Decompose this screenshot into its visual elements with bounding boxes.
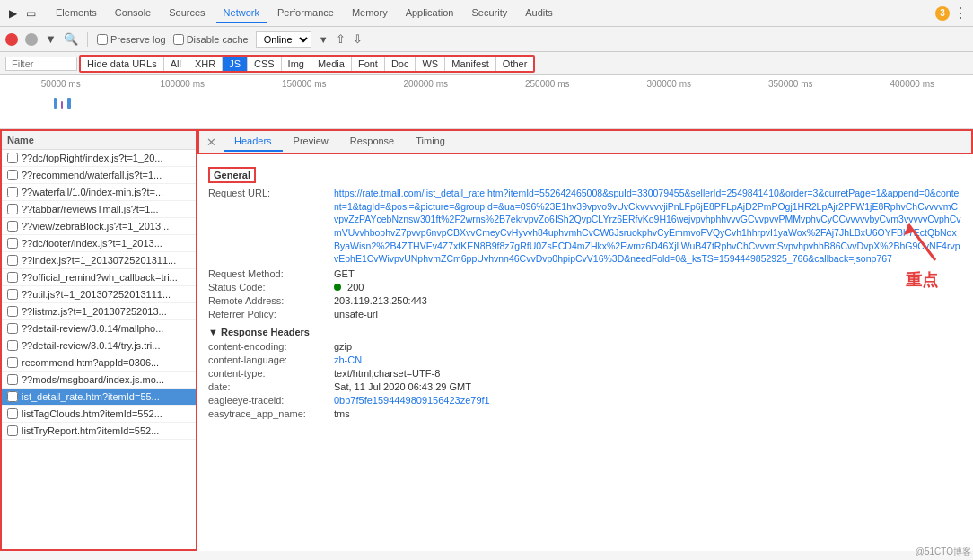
- annotation-text: 重点: [906, 269, 938, 291]
- tab-network[interactable]: Network: [216, 4, 267, 23]
- header-content-language: content-language: zh-CN: [208, 354, 962, 365]
- tab-sources[interactable]: Sources: [162, 4, 212, 23]
- tab-headers[interactable]: Headers: [224, 132, 283, 152]
- file-item-9[interactable]: ??listmz.js?t=1_201307252013...: [2, 303, 196, 320]
- header-date: date: Sat, 11 Jul 2020 06:43:29 GMT: [208, 381, 962, 392]
- filter-js[interactable]: JS: [223, 57, 248, 71]
- close-button[interactable]: ✕: [206, 136, 216, 149]
- preserve-log-checkbox[interactable]: [97, 34, 108, 45]
- file-item-0[interactable]: ??dc/topRight/index.js?t=1_20...: [2, 150, 196, 167]
- throttle-select[interactable]: Online: [256, 31, 311, 48]
- filter-all[interactable]: All: [164, 57, 188, 71]
- tab-preview[interactable]: Preview: [283, 132, 339, 152]
- mobile-icon[interactable]: ▭: [23, 6, 38, 21]
- file-item-15[interactable]: listTagClouds.htm?itemId=552...: [2, 406, 196, 423]
- file-item-12[interactable]: recommend.htm?appId=0306...: [2, 354, 196, 372]
- filter-font[interactable]: Font: [352, 57, 385, 71]
- tab-timing[interactable]: Timing: [405, 132, 456, 152]
- file-item-7[interactable]: ??official_remind?wh_callback=tri...: [2, 269, 196, 286]
- response-headers-list: content-encoding: gzip content-language:…: [208, 341, 962, 419]
- request-url-row: Request URL: https://rate.tmall.com/list…: [208, 187, 962, 266]
- disable-cache-label[interactable]: Disable cache: [173, 34, 249, 45]
- tab-memory[interactable]: Memory: [345, 4, 395, 23]
- header-label-1: content-language:: [208, 354, 334, 365]
- tab-audits[interactable]: Audits: [518, 4, 560, 23]
- disable-cache-checkbox[interactable]: [173, 34, 184, 45]
- file-item-10[interactable]: ??detail-review/3.0.14/mallpho...: [2, 320, 196, 337]
- status-code-value: 200: [334, 282, 364, 293]
- tab-security[interactable]: Security: [464, 4, 514, 23]
- response-headers-toggle[interactable]: ▼ Response Headers: [208, 327, 962, 337]
- top-tabs: ▶ ▭ Elements Console Sources Network Per…: [0, 0, 973, 27]
- header-value-4: 0bb7f5fe1594449809156423ze79f1: [334, 395, 490, 406]
- file-item-2[interactable]: ??waterfall/1.0/index-min.js?t=...: [2, 184, 196, 201]
- stop-button[interactable]: [25, 33, 38, 46]
- referrer-policy-value: unsafe-url: [334, 309, 378, 319]
- details-content: General 重点 Request URL: https://rate.tma…: [197, 154, 973, 551]
- record-button[interactable]: [5, 33, 18, 46]
- filter-img[interactable]: Img: [282, 57, 311, 71]
- remote-address-label: Remote Address:: [208, 295, 334, 306]
- request-method-label: Request Method:: [208, 268, 334, 279]
- referrer-policy-label: Referrer Policy:: [208, 309, 334, 319]
- timeline-label-0: 50000 ms: [0, 79, 122, 89]
- file-item-4[interactable]: ??view/zebraBlock.js?t=1_2013...: [2, 218, 196, 235]
- more-icon[interactable]: ⋮: [953, 4, 968, 22]
- upload-icon[interactable]: ⇧: [336, 32, 346, 46]
- referrer-policy-row: Referrer Policy: unsafe-url: [208, 309, 962, 319]
- file-item-16[interactable]: listTryReport.htm?itemId=552...: [2, 423, 196, 440]
- search-icon[interactable]: 🔍: [64, 32, 78, 46]
- header-content-type: content-type: text/html;charset=UTF-8: [208, 368, 962, 379]
- preserve-log-label[interactable]: Preserve log: [97, 34, 166, 45]
- tab-application[interactable]: Application: [399, 4, 461, 23]
- filter-doc[interactable]: Doc: [385, 57, 416, 71]
- file-item-14[interactable]: ist_detail_rate.htm?itemId=55...: [2, 389, 196, 406]
- details-tabs: ✕ Headers Preview Response Timing: [197, 129, 973, 154]
- header-value-5: tms: [334, 408, 350, 419]
- download-icon[interactable]: ⇩: [353, 32, 363, 46]
- request-url-label: Request URL:: [208, 188, 334, 198]
- cursor-icon[interactable]: ▶: [5, 6, 20, 21]
- network-toolbar: ▼ 🔍 Preserve log Disable cache Online ▼ …: [0, 27, 973, 52]
- filter-icon[interactable]: ▼: [45, 32, 57, 46]
- file-item-3[interactable]: ??tabbar/reviewsTmall.js?t=1...: [2, 201, 196, 218]
- file-item-13[interactable]: ??mods/msgboard/index.js.mo...: [2, 372, 196, 389]
- timeline-label-4: 250000 ms: [486, 79, 609, 89]
- tab-console[interactable]: Console: [108, 4, 158, 23]
- timeline-labels: 50000 ms 100000 ms 150000 ms 200000 ms 2…: [0, 75, 973, 89]
- file-list: Name ??dc/topRight/index.js?t=1_20... ??…: [0, 129, 197, 551]
- filter-other[interactable]: Other: [496, 57, 534, 71]
- tab-elements[interactable]: Elements: [48, 4, 104, 23]
- filter-manifest[interactable]: Manifest: [445, 57, 496, 71]
- header-value-0: gzip: [334, 341, 352, 352]
- file-item-1[interactable]: ??recommend/waterfall.js?t=1...: [2, 167, 196, 184]
- filter-ws[interactable]: WS: [416, 57, 445, 71]
- tab-performance[interactable]: Performance: [270, 4, 341, 23]
- toolbar-icons: ▶ ▭: [5, 6, 38, 21]
- file-item-5[interactable]: ??dc/footer/index.js?t=1_2013...: [2, 235, 196, 252]
- tab-response[interactable]: Response: [339, 132, 406, 152]
- general-section-header: General: [208, 167, 256, 183]
- filter-xhr[interactable]: XHR: [188, 57, 223, 71]
- file-item-8[interactable]: ??util.js?t=1_201307252013111...: [2, 286, 196, 303]
- throttle-down-icon: ▼: [319, 34, 329, 45]
- timeline-label-1: 100000 ms: [122, 79, 244, 89]
- file-item-6[interactable]: ??index.js?t=1_20130725201311...: [2, 252, 196, 269]
- arrow-annotation: [899, 215, 944, 269]
- filter-media[interactable]: Media: [311, 57, 352, 71]
- status-dot: [334, 284, 341, 291]
- filter-hide-data-urls[interactable]: Hide data URLs: [81, 57, 164, 71]
- file-item-11[interactable]: ??detail-review/3.0.14/try.js.tri...: [2, 337, 196, 354]
- request-method-row: Request Method: GET: [208, 268, 962, 279]
- header-eagleeye: eagleeye-traceid: 0bb7f5fe15944498091564…: [208, 395, 962, 406]
- remote-address-value: 203.119.213.250:443: [334, 295, 427, 306]
- remote-address-row: Remote Address: 203.119.213.250:443: [208, 295, 962, 306]
- header-value-1: zh-CN: [334, 354, 362, 365]
- request-url-value: https://rate.tmall.com/list_detail_rate.…: [334, 187, 962, 266]
- filter-css[interactable]: CSS: [248, 57, 282, 71]
- timeline-label-5: 300000 ms: [609, 79, 731, 89]
- header-value-3: Sat, 11 Jul 2020 06:43:29 GMT: [334, 381, 471, 392]
- filter-input[interactable]: [5, 57, 77, 71]
- details-panel: ✕ Headers Preview Response Timing Genera…: [197, 129, 973, 551]
- header-value-2: text/html;charset=UTF-8: [334, 368, 440, 379]
